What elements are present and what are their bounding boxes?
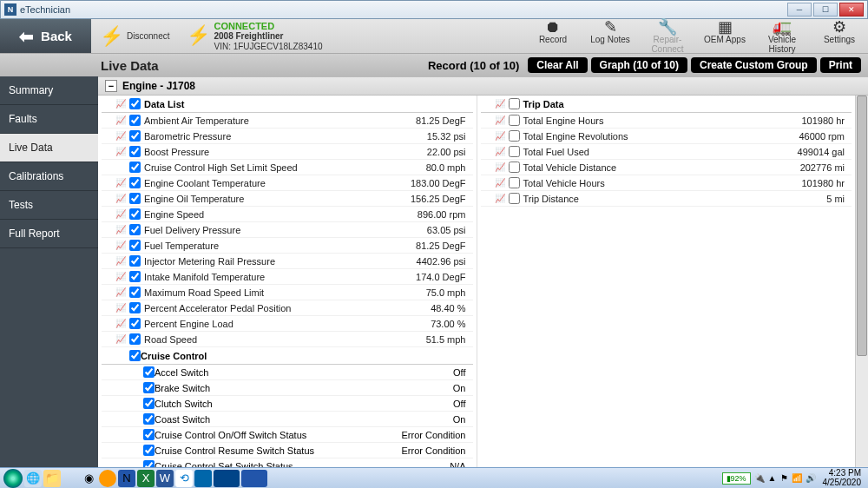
window-minimize[interactable]: ─ — [787, 3, 812, 16]
data-row[interactable]: 📈Injector Metering Rail Pressure4402.96 … — [102, 254, 473, 269]
tray-up-icon[interactable]: ▲ — [768, 473, 777, 483]
toolbar-oem-button[interactable]: ▦OEM Apps — [696, 19, 753, 54]
tray-flag-icon[interactable]: ⚑ — [780, 473, 788, 483]
row-checkbox[interactable] — [129, 271, 141, 282]
row-checkbox[interactable] — [129, 333, 141, 345]
taskbar-ie-icon[interactable]: 🌐 — [24, 470, 42, 487]
data-row[interactable]: 📈Percent Accelerator Pedal Position48.40… — [102, 300, 473, 316]
taskbar-teamviewer-icon[interactable]: ⟲ — [175, 470, 193, 487]
row-checkbox[interactable] — [509, 193, 520, 204]
row-checkbox[interactable] — [129, 146, 141, 157]
row-checkbox[interactable] — [129, 115, 141, 126]
data-row[interactable]: Cruise Control Set Switch StatusN/A — [102, 458, 473, 467]
clear-all-button[interactable]: Clear All — [528, 57, 587, 73]
taskbar-excel-icon[interactable]: X — [137, 470, 155, 487]
data-row[interactable]: Clutch SwitchOff — [102, 396, 473, 412]
sidebar-item-live[interactable]: Live Data — [0, 134, 98, 162]
row-checkbox[interactable] — [143, 413, 155, 425]
graph-button[interactable]: Graph (10 of 10) — [591, 57, 687, 73]
toolbar-lognotes-button[interactable]: ✎Log Notes — [582, 19, 639, 54]
row-checkbox[interactable] — [509, 177, 520, 188]
row-checkbox[interactable] — [129, 302, 141, 313]
tray-sound-icon[interactable]: 🔊 — [806, 473, 816, 483]
toolbar-repair-button[interactable]: 🔧Repair-Connect — [639, 19, 696, 54]
cruise-control-section[interactable]: Cruise Control — [102, 347, 473, 365]
row-checkbox[interactable] — [143, 429, 155, 440]
data-row[interactable]: 📈Ambient Air Temperature81.25 DegF — [102, 113, 473, 129]
row-checkbox[interactable] — [129, 318, 141, 329]
data-row[interactable]: Accel SwitchOff — [102, 365, 473, 380]
collapse-icon[interactable]: − — [105, 80, 117, 92]
trip-data-section[interactable]: 📈 Trip Data — [481, 96, 852, 113]
sidebar-item-tests[interactable]: Tests — [0, 191, 98, 220]
data-row[interactable]: 📈Total Fuel Used499014 gal — [481, 144, 852, 160]
data-row[interactable]: 📈Total Engine Hours101980 hr — [481, 113, 852, 129]
row-checkbox[interactable] — [129, 224, 141, 235]
row-checkbox[interactable] — [129, 255, 141, 267]
print-button[interactable]: Print — [820, 57, 861, 73]
row-checkbox[interactable] — [143, 460, 155, 467]
data-row[interactable]: Coast SwitchOn — [102, 412, 473, 427]
row-checkbox[interactable] — [509, 146, 520, 157]
row-checkbox[interactable] — [509, 115, 520, 126]
data-row[interactable]: 📈Engine Oil Temperature156.25 DegF — [102, 191, 473, 207]
row-checkbox[interactable] — [509, 162, 520, 173]
data-row[interactable]: Cruise Control Resume Switch StatusError… — [102, 443, 473, 458]
toolbar-record-button[interactable]: ⏺Record — [524, 19, 582, 54]
row-checkbox[interactable] — [143, 398, 155, 409]
taskbar-chrome-icon[interactable]: ◉ — [80, 470, 97, 487]
data-row[interactable]: 📈Maximum Road Speed Limit75.0 mph — [102, 285, 473, 300]
sidebar-item-calib[interactable]: Calibrations — [0, 162, 98, 191]
battery-indicator[interactable]: ▮ 92% — [722, 472, 751, 485]
data-row[interactable]: 📈Barometric Pressure15.32 psi — [102, 129, 473, 144]
tray-plug-icon[interactable]: 🔌 — [754, 473, 765, 483]
sidebar-item-summary[interactable]: Summary — [0, 76, 98, 105]
row-checkbox[interactable] — [143, 445, 155, 456]
row-checkbox[interactable] — [143, 382, 155, 393]
data-row[interactable]: 📈Trip Distance5 mi — [481, 191, 852, 207]
group-header[interactable]: − Engine - J1708 — [98, 76, 868, 96]
row-checkbox[interactable] — [129, 162, 141, 173]
data-row[interactable]: 📈Engine Speed896.00 rpm — [102, 207, 473, 222]
data-row[interactable]: 📈Intake Manifold Temperature174.0 DegF — [102, 269, 473, 285]
data-list-checkbox[interactable] — [129, 98, 141, 109]
window-maximize[interactable]: ☐ — [813, 3, 838, 16]
taskbar-app4-icon[interactable] — [241, 470, 267, 487]
trip-data-checkbox[interactable] — [509, 98, 520, 109]
row-checkbox[interactable] — [129, 130, 141, 142]
cruise-checkbox[interactable] — [129, 350, 141, 361]
data-row[interactable]: Cruise Control On/Off Switch StatusError… — [102, 427, 473, 443]
data-row[interactable]: 📈Fuel Temperature81.25 DegF — [102, 238, 473, 254]
data-row[interactable]: 📈Fuel Delivery Pressure63.05 psi — [102, 222, 473, 238]
row-checkbox[interactable] — [129, 287, 141, 298]
taskbar-app-icon[interactable]: N — [118, 470, 135, 487]
row-checkbox[interactable] — [129, 208, 141, 220]
start-button[interactable] — [3, 469, 23, 488]
data-row[interactable]: 📈Total Vehicle Hours101980 hr — [481, 175, 852, 191]
tray-network-icon[interactable]: 📶 — [792, 473, 802, 483]
toolbar-history-button[interactable]: 🚛Vehicle History — [753, 19, 811, 54]
data-row[interactable]: 📈Engine Coolant Temperature183.00 DegF — [102, 175, 473, 191]
data-row[interactable]: Brake SwitchOn — [102, 380, 473, 396]
taskbar-folder-icon[interactable]: 📁 — [43, 470, 61, 487]
data-row[interactable]: Cruise Control High Set Limit Speed80.0 … — [102, 160, 473, 175]
data-row[interactable]: 📈Boost Pressure22.00 psi — [102, 144, 473, 160]
window-close[interactable]: ✕ — [839, 3, 864, 16]
disconnect-button[interactable]: ⚡ Disconnect — [91, 25, 178, 48]
taskbar-app3-icon[interactable] — [214, 470, 240, 487]
data-list-section[interactable]: 📈 Data List — [102, 96, 473, 113]
toolbar-settings-button[interactable]: ⚙Settings — [811, 19, 868, 54]
sidebar-item-report[interactable]: Full Report — [0, 220, 98, 248]
row-checkbox[interactable] — [129, 240, 141, 251]
taskbar-firefox-icon[interactable] — [99, 470, 116, 487]
row-checkbox[interactable] — [129, 177, 141, 188]
clock[interactable]: 4:23 PM 4/25/2020 — [819, 469, 865, 487]
data-row[interactable]: 📈Total Engine Revolutions46000 rpm — [481, 129, 852, 144]
data-row[interactable]: 📈Total Vehicle Distance202776 mi — [481, 160, 852, 175]
back-button[interactable]: ⬅ Back — [0, 19, 91, 53]
data-row[interactable]: 📈Road Speed51.5 mph — [102, 332, 473, 347]
row-checkbox[interactable] — [509, 130, 520, 142]
row-checkbox[interactable] — [129, 193, 141, 204]
scrollbar[interactable] — [855, 96, 868, 467]
data-row[interactable]: 📈Percent Engine Load73.00 % — [102, 316, 473, 332]
